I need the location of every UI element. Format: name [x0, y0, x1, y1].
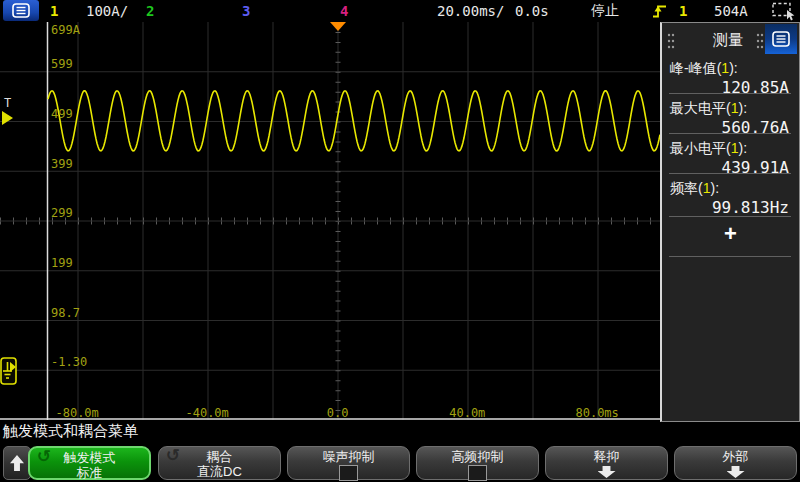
- softkey-menu-title: 触发模式和耦合菜单: [3, 420, 138, 443]
- y-axis-label: -1.30: [51, 356, 87, 368]
- delay-readout[interactable]: 0.0s: [515, 0, 549, 22]
- waveform-display-area: 699A 599 499 399 299 199 98.7 -1.30 -80.…: [0, 22, 661, 420]
- separator: [669, 133, 791, 134]
- cursor-select-icon[interactable]: [772, 2, 796, 21]
- channel-1-scale[interactable]: 100A/: [86, 0, 128, 22]
- measurement-name: 最大电平: [670, 100, 726, 116]
- y-axis-label: 499: [51, 108, 73, 120]
- measurement-channel: 1: [721, 60, 729, 76]
- trigger-slope-rising-icon: [652, 3, 667, 19]
- drag-handle-icon[interactable]: [756, 33, 764, 49]
- graticule: [0, 22, 661, 420]
- channel-3-button[interactable]: 3: [242, 0, 250, 22]
- down-arrow-icon: [727, 466, 745, 478]
- measurement-value: 120.85A: [722, 78, 789, 97]
- oscilloscope-screen: 1 100A/ 2 3 4 20.00ms/ 0.0s 停止 1 504A: [0, 0, 800, 482]
- y-axis-label: 199: [51, 257, 73, 269]
- cycle-icon: ↺: [166, 448, 180, 463]
- top-status-bar: 1 100A/ 2 3 4 20.00ms/ 0.0s 停止 1 504A: [0, 0, 800, 22]
- x-axis-label: -40.0m: [185, 407, 228, 419]
- x-axis-label: 40.0m: [449, 407, 485, 419]
- x-axis-label: -80.0m: [55, 407, 98, 419]
- cycle-icon: ↺: [37, 449, 51, 464]
- add-measurement-button[interactable]: +: [662, 221, 799, 247]
- down-arrow-icon: [598, 466, 616, 478]
- trigger-level-label: T: [4, 97, 11, 109]
- channel-4-button[interactable]: 4: [340, 0, 348, 22]
- measurement-value: 560.76A: [722, 118, 789, 137]
- waveform-path: [48, 91, 660, 151]
- trigger-source-readout[interactable]: 1: [679, 0, 687, 22]
- channel-2-button[interactable]: 2: [146, 0, 154, 22]
- separator: [669, 256, 791, 257]
- timebase-readout[interactable]: 20.00ms/: [437, 0, 504, 22]
- measurement-name: 频率: [670, 180, 698, 196]
- trigger-level-marker[interactable]: [2, 111, 13, 125]
- list-menu-icon: [12, 3, 30, 18]
- softkey-value: 标准: [30, 465, 149, 480]
- separator: [669, 216, 791, 217]
- softkey-label: 外部: [675, 449, 796, 464]
- softkey-external[interactable]: 外部: [674, 446, 797, 480]
- measurement-name: 最小电平: [670, 140, 726, 156]
- y-axis-label: 98.7: [51, 307, 80, 319]
- measurement-value: 439.91A: [722, 158, 789, 177]
- run-state-indicator: 停止: [591, 0, 619, 22]
- separator: [669, 173, 791, 174]
- list-menu-icon: [772, 31, 790, 47]
- measurement-name: 峰-峰值: [670, 60, 717, 76]
- separator: [669, 93, 791, 94]
- channel-1-ground-marker[interactable]: [1, 358, 16, 384]
- measurement-panel: 测量 峰-峰值(1): 120.85A 最大电平(1): 560.76A: [660, 22, 800, 422]
- noise-reject-checkbox[interactable]: [339, 465, 358, 481]
- measurement-value: 99.813Hz: [712, 198, 789, 217]
- softkey-trigger-mode[interactable]: ↺ 触发模式 标准: [28, 446, 151, 480]
- y-axis-label: 599: [51, 58, 73, 70]
- y-axis-label: 399: [51, 158, 73, 170]
- softkey-label: 释抑: [546, 449, 667, 464]
- main-menu-button[interactable]: [3, 0, 39, 21]
- panel-title: 测量: [690, 31, 766, 50]
- softkey-noise-reject[interactable]: 噪声抑制: [287, 446, 410, 480]
- softkey-label: 高频抑制: [417, 449, 538, 464]
- hf-reject-checkbox[interactable]: [468, 465, 487, 481]
- drag-handle-icon[interactable]: [667, 33, 675, 49]
- trigger-level-readout[interactable]: 504A: [714, 0, 748, 22]
- x-axis-label: 0.0: [327, 407, 349, 419]
- x-axis-label: 80.0ms: [575, 407, 618, 419]
- softkey-value: 直流DC: [159, 464, 280, 479]
- channel-1-button[interactable]: 1: [50, 0, 58, 22]
- softkey-hf-reject[interactable]: 高频抑制: [416, 446, 539, 480]
- menu-back-button[interactable]: [3, 446, 31, 480]
- softkey-holdoff[interactable]: 释抑: [545, 446, 668, 480]
- up-arrow-icon: [10, 455, 24, 471]
- softkey-label: 噪声抑制: [288, 449, 409, 464]
- y-axis-label: 699A: [51, 24, 80, 36]
- trigger-time-marker[interactable]: [330, 22, 346, 31]
- softkey-coupling[interactable]: ↺ 耦合 直流DC: [158, 446, 281, 480]
- panel-menu-button[interactable]: [765, 24, 797, 54]
- y-axis-label: 299: [51, 207, 73, 219]
